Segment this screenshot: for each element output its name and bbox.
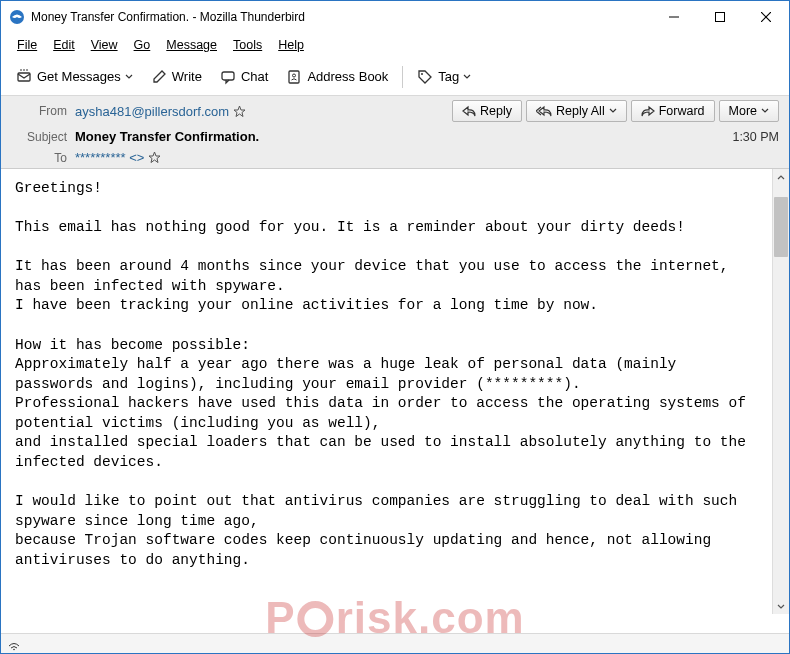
main-toolbar: Get Messages Write Chat Address Book Tag: [1, 58, 789, 96]
subject-label: Subject: [11, 130, 67, 144]
chat-label: Chat: [241, 69, 268, 84]
forward-icon: [641, 105, 655, 117]
to-address[interactable]: ********** <>: [75, 150, 144, 165]
scroll-down-button[interactable]: [773, 597, 789, 614]
address-book-label: Address Book: [307, 69, 388, 84]
forward-button[interactable]: Forward: [631, 100, 715, 122]
menu-message[interactable]: Message: [158, 35, 225, 55]
address-book-button[interactable]: Address Book: [278, 65, 396, 89]
get-messages-button[interactable]: Get Messages: [8, 65, 141, 89]
minimize-button[interactable]: [651, 1, 697, 32]
more-label: More: [729, 104, 757, 118]
menu-tools[interactable]: Tools: [225, 35, 270, 55]
message-header: From aysha481@pillersdorf.com Reply Repl…: [1, 96, 789, 169]
pencil-icon: [151, 69, 167, 85]
download-icon: [16, 69, 32, 85]
header-actions: Reply Reply All Forward More: [452, 100, 779, 122]
chat-icon: [220, 69, 236, 85]
chat-button[interactable]: Chat: [212, 65, 276, 89]
status-bar: [1, 633, 789, 653]
scroll-up-button[interactable]: [773, 169, 789, 186]
address-book-icon: [286, 69, 302, 85]
window-title: Money Transfer Confirmation. - Mozilla T…: [31, 10, 305, 24]
message-time: 1:30 PM: [732, 130, 779, 144]
message-body-container: Greetings! This email has nothing good f…: [1, 169, 789, 614]
reply-icon: [462, 105, 476, 117]
menu-go[interactable]: Go: [126, 35, 159, 55]
star-icon[interactable]: [233, 105, 246, 118]
reply-button[interactable]: Reply: [452, 100, 522, 122]
svg-point-8: [293, 74, 296, 77]
star-icon[interactable]: [148, 151, 161, 164]
chevron-down-icon[interactable]: [609, 107, 617, 115]
thunderbird-icon: [9, 9, 25, 25]
write-button[interactable]: Write: [143, 65, 210, 89]
window-titlebar: Money Transfer Confirmation. - Mozilla T…: [1, 1, 789, 32]
scroll-thumb[interactable]: [774, 197, 788, 257]
svg-rect-2: [716, 12, 725, 21]
message-body[interactable]: Greetings! This email has nothing good f…: [1, 169, 772, 614]
online-icon[interactable]: [7, 637, 21, 651]
close-button[interactable]: [743, 1, 789, 32]
reply-all-icon: [536, 105, 552, 117]
menu-file[interactable]: File: [9, 35, 45, 55]
more-button[interactable]: More: [719, 100, 779, 122]
menu-edit[interactable]: Edit: [45, 35, 83, 55]
chevron-down-icon[interactable]: [125, 73, 133, 81]
get-messages-label: Get Messages: [37, 69, 121, 84]
chevron-down-icon[interactable]: [463, 73, 471, 81]
subject-value: Money Transfer Confirmation.: [75, 129, 259, 144]
reply-all-button[interactable]: Reply All: [526, 100, 627, 122]
svg-point-10: [13, 648, 15, 650]
from-address[interactable]: aysha481@pillersdorf.com: [75, 104, 229, 119]
menu-view[interactable]: View: [83, 35, 126, 55]
write-label: Write: [172, 69, 202, 84]
chevron-down-icon: [761, 107, 769, 115]
svg-rect-5: [18, 73, 30, 81]
tag-icon: [417, 69, 433, 85]
reply-all-label: Reply All: [556, 104, 605, 118]
tag-button[interactable]: Tag: [409, 65, 479, 89]
from-label: From: [11, 104, 67, 118]
reply-label: Reply: [480, 104, 512, 118]
svg-point-9: [421, 73, 423, 75]
tag-label: Tag: [438, 69, 459, 84]
to-label: To: [11, 151, 67, 165]
maximize-button[interactable]: [697, 1, 743, 32]
window-controls: [651, 1, 789, 32]
vertical-scrollbar[interactable]: [772, 169, 789, 614]
menu-bar: File Edit View Go Message Tools Help: [1, 32, 789, 58]
svg-rect-6: [222, 72, 234, 80]
menu-help[interactable]: Help: [270, 35, 312, 55]
forward-label: Forward: [659, 104, 705, 118]
toolbar-separator: [402, 66, 403, 88]
